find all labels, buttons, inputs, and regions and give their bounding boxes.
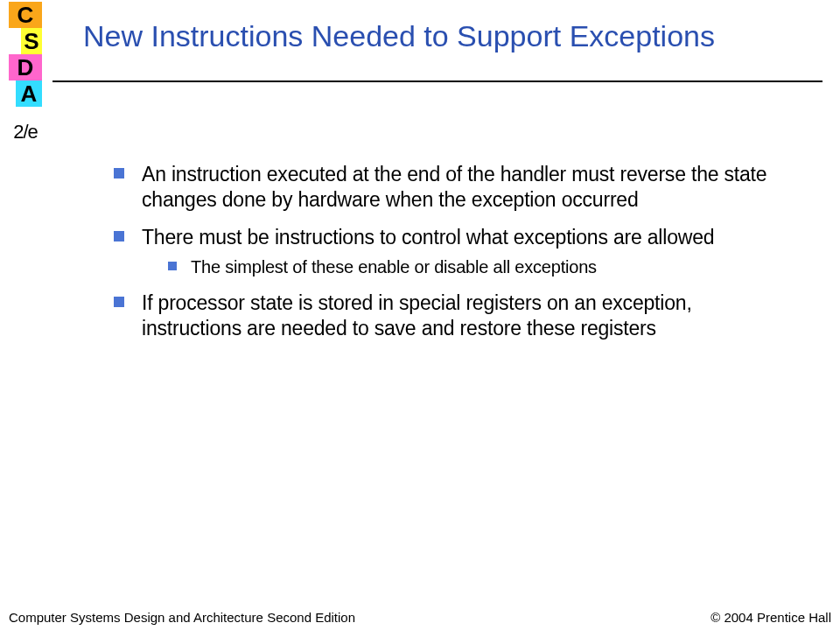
slide-title: New Instructions Needed to Support Excep… (83, 19, 814, 53)
logo-letter-c: C (9, 2, 42, 28)
footer-left: Computer Systems Design and Architecture… (9, 610, 355, 625)
bullet-item: There must be instructions to control wh… (114, 225, 779, 279)
sub-bullet-text: The simplest of these enable or disable … (191, 257, 597, 276)
sub-bullet-item: The simplest of these enable or disable … (168, 256, 779, 278)
logo-letter-d: D (9, 54, 42, 80)
bullet-text: There must be instructions to control wh… (142, 226, 714, 248)
sub-bullet-list: The simplest of these enable or disable … (142, 256, 779, 278)
logo-edition: 2/e (9, 122, 42, 142)
logo-letter-s: S (21, 28, 42, 54)
book-logo: C S D A 2/e (9, 2, 42, 142)
slide: C S D A 2/e New Instructions Needed to S… (0, 0, 840, 630)
bullet-item: If processor state is stored in special … (114, 290, 779, 341)
bullet-text: An instruction executed at the end of th… (142, 163, 766, 211)
bullet-item: An instruction executed at the end of th… (114, 162, 779, 213)
title-underline (52, 80, 822, 82)
footer: Computer Systems Design and Architecture… (9, 610, 831, 625)
slide-body: An instruction executed at the end of th… (114, 162, 779, 354)
bullet-text: If processor state is stored in special … (142, 291, 692, 340)
logo-letter-a: A (16, 80, 42, 107)
footer-right: © 2004 Prentice Hall (710, 610, 831, 625)
bullet-list: An instruction executed at the end of th… (114, 162, 779, 341)
